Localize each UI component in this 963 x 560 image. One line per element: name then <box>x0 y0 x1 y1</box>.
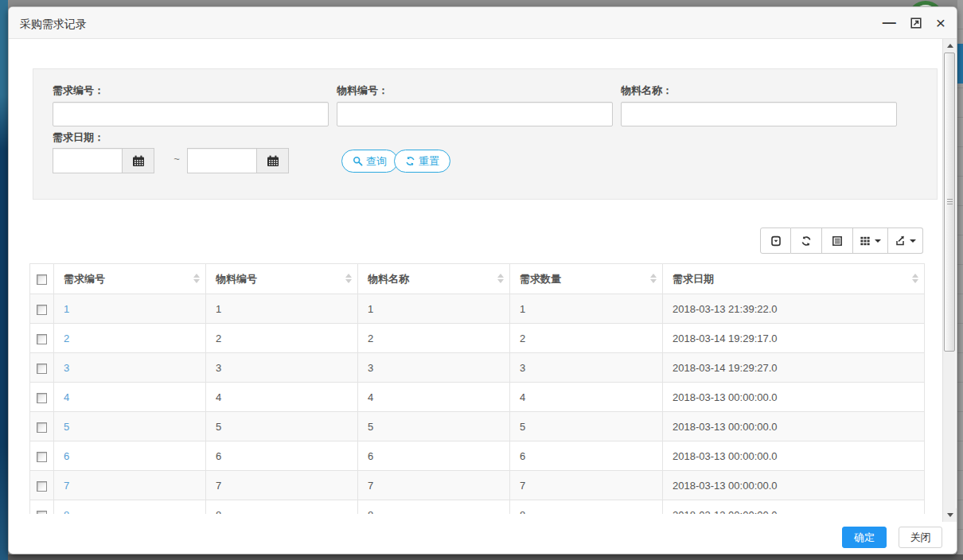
search-icon <box>353 156 363 166</box>
column-header-4[interactable]: 需求数量 <box>510 264 663 294</box>
export-button[interactable] <box>888 228 923 254</box>
table-body: 11112018-03-13 21:39:22.022222018-03-14 … <box>30 294 925 515</box>
scrollbar-thumb[interactable] <box>944 52 955 352</box>
minimize-icon[interactable]: — <box>883 19 896 27</box>
row-checkbox-cell <box>30 383 54 412</box>
table-cell: 8 <box>206 500 358 515</box>
query-button[interactable]: 查询 <box>341 150 398 173</box>
table-cell: 6 <box>510 441 663 471</box>
row-checkbox-cell <box>30 412 54 441</box>
reset-button-label: 重置 <box>419 154 439 169</box>
background-right-strip <box>957 0 963 560</box>
cell-demand-no: 4 <box>54 383 206 412</box>
sort-icon[interactable] <box>650 274 657 283</box>
export-icon <box>895 235 906 247</box>
material-no-input[interactable] <box>337 102 613 126</box>
caret-down-icon <box>875 239 881 243</box>
table-cell: 2018-03-13 21:39:22.0 <box>663 294 925 324</box>
arrow-down-icon <box>947 513 953 517</box>
reset-button[interactable]: 重置 <box>394 150 450 173</box>
cell-demand-no: 3 <box>54 353 206 383</box>
demand-no-input[interactable] <box>53 102 329 126</box>
paging-toggle-icon <box>770 235 782 247</box>
table-cell: 2018-03-13 00:00:00.0 <box>663 441 925 471</box>
table-cell: 2018-03-13 00:00:00.0 <box>663 412 925 441</box>
cell-demand-no: 6 <box>54 441 206 471</box>
toggle-view-button[interactable] <box>822 228 853 254</box>
demand-no-link[interactable]: 1 <box>64 303 69 315</box>
sort-icon[interactable] <box>912 274 918 283</box>
column-header-1[interactable]: 需求编号 <box>54 264 206 294</box>
date-from-input[interactable] <box>53 148 123 173</box>
scroll-down-button[interactable] <box>943 508 957 522</box>
table-cell: 2018-03-14 19:29:27.0 <box>663 353 925 383</box>
demand-no-link[interactable]: 5 <box>64 421 69 433</box>
column-header-2[interactable]: 物料编号 <box>206 264 358 294</box>
row-checkbox[interactable] <box>37 511 47 514</box>
table-cell: 8 <box>510 500 663 515</box>
row-checkbox[interactable] <box>37 452 47 462</box>
row-checkbox[interactable] <box>37 305 47 315</box>
table-cell: 7 <box>358 471 510 500</box>
demand-no-link[interactable]: 6 <box>64 450 69 462</box>
table-head: 需求编号物料编号物料名称需求数量需求日期 <box>30 264 925 294</box>
demand-no-link[interactable]: 4 <box>64 391 69 403</box>
table-cell: 4 <box>510 383 663 412</box>
material-name-input[interactable] <box>621 102 897 126</box>
refresh-button[interactable] <box>791 228 822 254</box>
table-cell: 2018-03-13 00:00:00.0 <box>663 500 925 515</box>
row-checkbox[interactable] <box>37 334 47 344</box>
column-header-label: 需求数量 <box>520 273 561 285</box>
close-icon[interactable]: × <box>936 17 945 29</box>
date-to-input[interactable] <box>187 148 257 173</box>
sort-icon[interactable] <box>497 274 504 283</box>
table-cell: 7 <box>510 471 663 500</box>
table-cell: 7 <box>206 471 358 500</box>
material-no-label: 物料编号： <box>337 84 388 98</box>
table-cell: 2018-03-13 00:00:00.0 <box>663 471 925 500</box>
columns-button[interactable] <box>853 228 888 254</box>
demand-date-label: 需求日期： <box>53 130 104 145</box>
date-from-calendar-icon[interactable] <box>123 148 154 173</box>
paging-toggle-button[interactable] <box>760 228 791 254</box>
table-cell: 5 <box>358 412 510 441</box>
row-checkbox[interactable] <box>37 364 47 374</box>
demand-no-link[interactable]: 8 <box>64 509 69 515</box>
row-checkbox[interactable] <box>37 422 47 433</box>
demand-no-link[interactable]: 2 <box>64 332 69 344</box>
demand-no-link[interactable]: 7 <box>64 480 69 492</box>
cell-demand-no: 7 <box>54 471 206 500</box>
table-cell: 4 <box>206 383 358 412</box>
column-header-label: 物料编号 <box>216 273 257 285</box>
row-checkbox[interactable] <box>37 481 47 492</box>
date-to-calendar-icon[interactable] <box>257 148 289 173</box>
sort-icon[interactable] <box>345 274 352 283</box>
list-view-icon <box>832 235 843 247</box>
scroll-up-button[interactable] <box>943 39 957 52</box>
table-cell: 3 <box>206 353 358 383</box>
select-all-header-cell <box>30 264 54 294</box>
dialog-close-button[interactable]: 关闭 <box>899 527 942 548</box>
row-checkbox-cell <box>30 471 54 500</box>
select-all-checkbox[interactable] <box>37 274 47 285</box>
row-checkbox-cell <box>30 441 54 471</box>
dialog-title: 采购需求记录 <box>20 18 87 32</box>
reset-icon <box>405 156 415 166</box>
background-top-bar <box>0 0 963 6</box>
records-table: 需求编号物料编号物料名称需求数量需求日期 11112018-03-13 21:3… <box>29 263 925 514</box>
dialog-header: 采购需求记录 — × <box>9 7 957 39</box>
purchase-demand-dialog: 采购需求记录 — × 需求编号： 物料编号： 物料名称： 需求日期： <box>8 6 957 554</box>
search-panel: 需求编号： 物料编号： 物料名称： 需求日期： ~ <box>33 68 938 200</box>
column-header-3[interactable]: 物料名称 <box>358 264 510 294</box>
table-row: 44442018-03-13 00:00:00.0 <box>30 383 925 412</box>
background-bottom-strip <box>8 554 963 560</box>
demand-no-link[interactable]: 3 <box>64 362 69 374</box>
vertical-scrollbar[interactable] <box>942 39 956 522</box>
column-header-5[interactable]: 需求日期 <box>663 264 925 294</box>
maximize-icon[interactable] <box>910 17 922 29</box>
table-cell: 4 <box>358 383 510 412</box>
sort-icon[interactable] <box>193 274 200 283</box>
confirm-button[interactable]: 确定 <box>842 527 887 548</box>
table-row: 88882018-03-13 00:00:00.0 <box>30 500 925 515</box>
row-checkbox[interactable] <box>37 393 47 403</box>
